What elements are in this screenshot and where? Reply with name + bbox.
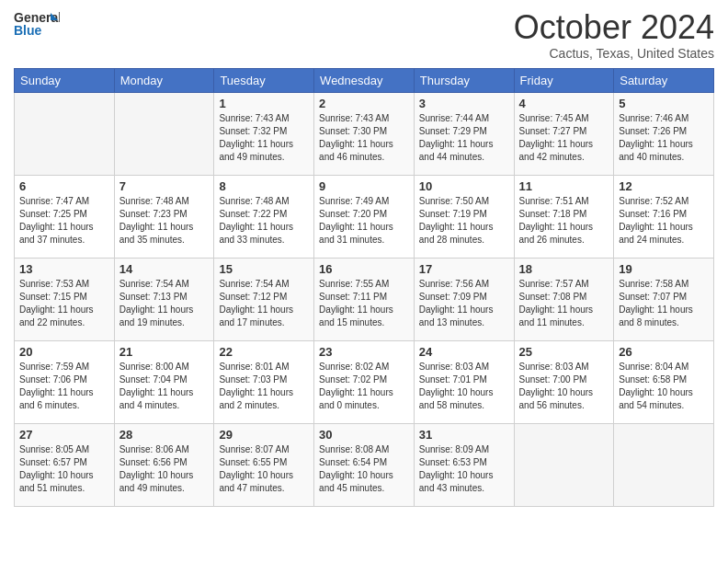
calendar-cell: 22Sunrise: 8:01 AMSunset: 7:03 PMDayligh…: [214, 340, 314, 423]
day-info: Sunrise: 8:02 AMSunset: 7:02 PMDaylight:…: [319, 361, 409, 412]
week-row-5: 27Sunrise: 8:05 AMSunset: 6:57 PMDayligh…: [15, 423, 714, 506]
calendar-cell: 10Sunrise: 7:50 AMSunset: 7:19 PMDayligh…: [414, 175, 514, 258]
calendar-cell: [15, 92, 115, 175]
day-number: 26: [619, 345, 709, 359]
calendar-cell: 12Sunrise: 7:52 AMSunset: 7:16 PMDayligh…: [614, 175, 714, 258]
calendar-cell: 31Sunrise: 8:09 AMSunset: 6:53 PMDayligh…: [414, 423, 514, 506]
location: Cactus, Texas, United States: [514, 46, 714, 61]
day-info: Sunrise: 8:03 AMSunset: 7:00 PMDaylight:…: [519, 361, 609, 412]
calendar-cell: 24Sunrise: 8:03 AMSunset: 7:01 PMDayligh…: [414, 340, 514, 423]
calendar-cell: 14Sunrise: 7:54 AMSunset: 7:13 PMDayligh…: [114, 258, 214, 340]
day-number: 29: [219, 428, 309, 442]
calendar-cell: 20Sunrise: 7:59 AMSunset: 7:06 PMDayligh…: [15, 340, 115, 423]
day-info: Sunrise: 7:43 AMSunset: 7:32 PMDaylight:…: [219, 112, 309, 164]
day-number: 8: [219, 179, 309, 193]
day-number: 6: [19, 179, 109, 193]
day-number: 4: [519, 97, 609, 110]
day-number: 13: [19, 262, 109, 276]
day-number: 21: [119, 345, 210, 359]
day-info: Sunrise: 7:54 AMSunset: 7:12 PMDaylight:…: [219, 278, 309, 329]
week-row-1: 1Sunrise: 7:43 AMSunset: 7:32 PMDaylight…: [15, 92, 714, 175]
page-header: GeneralBlue October 2024 Cactus, Texas, …: [14, 9, 714, 61]
day-number: 27: [19, 428, 109, 442]
calendar-cell: 21Sunrise: 8:00 AMSunset: 7:04 PMDayligh…: [114, 340, 214, 423]
day-info: Sunrise: 7:50 AMSunset: 7:19 PMDaylight:…: [419, 195, 509, 247]
day-number: 25: [519, 345, 609, 359]
day-info: Sunrise: 7:54 AMSunset: 7:13 PMDaylight:…: [119, 278, 210, 329]
day-info: Sunrise: 7:52 AMSunset: 7:16 PMDaylight:…: [619, 195, 709, 247]
day-header-saturday: Saturday: [614, 68, 714, 92]
calendar-cell: 29Sunrise: 8:07 AMSunset: 6:55 PMDayligh…: [214, 423, 314, 506]
day-info: Sunrise: 7:44 AMSunset: 7:29 PMDaylight:…: [419, 112, 509, 164]
day-number: 23: [319, 345, 409, 359]
day-info: Sunrise: 8:01 AMSunset: 7:03 PMDaylight:…: [219, 361, 309, 412]
calendar-cell: 7Sunrise: 7:48 AMSunset: 7:23 PMDaylight…: [114, 175, 214, 258]
month-title: October 2024: [514, 9, 714, 46]
day-info: Sunrise: 8:04 AMSunset: 6:58 PMDaylight:…: [619, 361, 709, 412]
day-number: 12: [619, 179, 709, 193]
day-info: Sunrise: 8:08 AMSunset: 6:54 PMDaylight:…: [319, 443, 409, 495]
day-info: Sunrise: 7:46 AMSunset: 7:26 PMDaylight:…: [619, 112, 709, 164]
day-info: Sunrise: 7:59 AMSunset: 7:06 PMDaylight:…: [19, 361, 109, 412]
day-number: 22: [219, 345, 309, 359]
day-info: Sunrise: 8:03 AMSunset: 7:01 PMDaylight:…: [419, 361, 509, 412]
day-number: 10: [419, 179, 509, 193]
week-row-3: 13Sunrise: 7:53 AMSunset: 7:15 PMDayligh…: [15, 258, 714, 340]
day-info: Sunrise: 8:00 AMSunset: 7:04 PMDaylight:…: [119, 361, 210, 412]
week-row-2: 6Sunrise: 7:47 AMSunset: 7:25 PMDaylight…: [15, 175, 714, 258]
day-info: Sunrise: 7:47 AMSunset: 7:25 PMDaylight:…: [19, 195, 109, 247]
day-number: 7: [119, 179, 210, 193]
calendar-cell: 27Sunrise: 8:05 AMSunset: 6:57 PMDayligh…: [15, 423, 115, 506]
calendar-cell: 30Sunrise: 8:08 AMSunset: 6:54 PMDayligh…: [314, 423, 415, 506]
calendar-cell: 2Sunrise: 7:43 AMSunset: 7:30 PMDaylight…: [314, 92, 415, 175]
day-number: 28: [119, 428, 210, 442]
calendar-cell: 16Sunrise: 7:55 AMSunset: 7:11 PMDayligh…: [314, 258, 415, 340]
calendar-cell: 9Sunrise: 7:49 AMSunset: 7:20 PMDaylight…: [314, 175, 415, 258]
day-info: Sunrise: 7:55 AMSunset: 7:11 PMDaylight:…: [319, 278, 409, 329]
day-header-wednesday: Wednesday: [314, 68, 415, 92]
day-info: Sunrise: 7:48 AMSunset: 7:22 PMDaylight:…: [219, 195, 309, 247]
day-number: 30: [319, 428, 409, 442]
calendar-cell: 6Sunrise: 7:47 AMSunset: 7:25 PMDaylight…: [15, 175, 115, 258]
day-info: Sunrise: 7:49 AMSunset: 7:20 PMDaylight:…: [319, 195, 409, 247]
day-number: 9: [319, 179, 409, 193]
calendar-cell: 1Sunrise: 7:43 AMSunset: 7:32 PMDaylight…: [214, 92, 314, 175]
day-info: Sunrise: 7:51 AMSunset: 7:18 PMDaylight:…: [519, 195, 609, 247]
day-number: 3: [419, 97, 509, 110]
calendar-cell: 28Sunrise: 8:06 AMSunset: 6:56 PMDayligh…: [114, 423, 214, 506]
day-info: Sunrise: 8:07 AMSunset: 6:55 PMDaylight:…: [219, 443, 309, 495]
day-info: Sunrise: 7:58 AMSunset: 7:07 PMDaylight:…: [619, 278, 709, 329]
calendar-cell: [514, 423, 614, 506]
day-number: 31: [419, 428, 509, 442]
logo: GeneralBlue: [14, 9, 60, 42]
day-number: 2: [319, 97, 409, 110]
day-info: Sunrise: 7:43 AMSunset: 7:30 PMDaylight:…: [319, 112, 409, 164]
day-number: 19: [619, 262, 709, 276]
day-number: 18: [519, 262, 609, 276]
day-header-tuesday: Tuesday: [214, 68, 314, 92]
calendar-cell: 4Sunrise: 7:45 AMSunset: 7:27 PMDaylight…: [514, 92, 614, 175]
day-header-monday: Monday: [114, 68, 214, 92]
day-info: Sunrise: 7:56 AMSunset: 7:09 PMDaylight:…: [419, 278, 509, 329]
calendar-cell: [614, 423, 714, 506]
calendar-cell: 11Sunrise: 7:51 AMSunset: 7:18 PMDayligh…: [514, 175, 614, 258]
day-number: 17: [419, 262, 509, 276]
week-row-4: 20Sunrise: 7:59 AMSunset: 7:06 PMDayligh…: [15, 340, 714, 423]
day-info: Sunrise: 7:45 AMSunset: 7:27 PMDaylight:…: [519, 112, 609, 164]
calendar-cell: 19Sunrise: 7:58 AMSunset: 7:07 PMDayligh…: [614, 258, 714, 340]
day-info: Sunrise: 7:53 AMSunset: 7:15 PMDaylight:…: [19, 278, 109, 329]
calendar-table: SundayMondayTuesdayWednesdayThursdayFrid…: [14, 68, 714, 507]
day-info: Sunrise: 7:57 AMSunset: 7:08 PMDaylight:…: [519, 278, 609, 329]
day-number: 14: [119, 262, 210, 276]
day-number: 11: [519, 179, 609, 193]
calendar-cell: 3Sunrise: 7:44 AMSunset: 7:29 PMDaylight…: [414, 92, 514, 175]
calendar-cell: 25Sunrise: 8:03 AMSunset: 7:00 PMDayligh…: [514, 340, 614, 423]
day-number: 5: [619, 97, 709, 110]
day-info: Sunrise: 7:48 AMSunset: 7:23 PMDaylight:…: [119, 195, 210, 247]
calendar-cell: 23Sunrise: 8:02 AMSunset: 7:02 PMDayligh…: [314, 340, 415, 423]
calendar-cell: 26Sunrise: 8:04 AMSunset: 6:58 PMDayligh…: [614, 340, 714, 423]
day-number: 24: [419, 345, 509, 359]
calendar-cell: 15Sunrise: 7:54 AMSunset: 7:12 PMDayligh…: [214, 258, 314, 340]
day-info: Sunrise: 8:05 AMSunset: 6:57 PMDaylight:…: [19, 443, 109, 495]
calendar-cell: 13Sunrise: 7:53 AMSunset: 7:15 PMDayligh…: [15, 258, 115, 340]
